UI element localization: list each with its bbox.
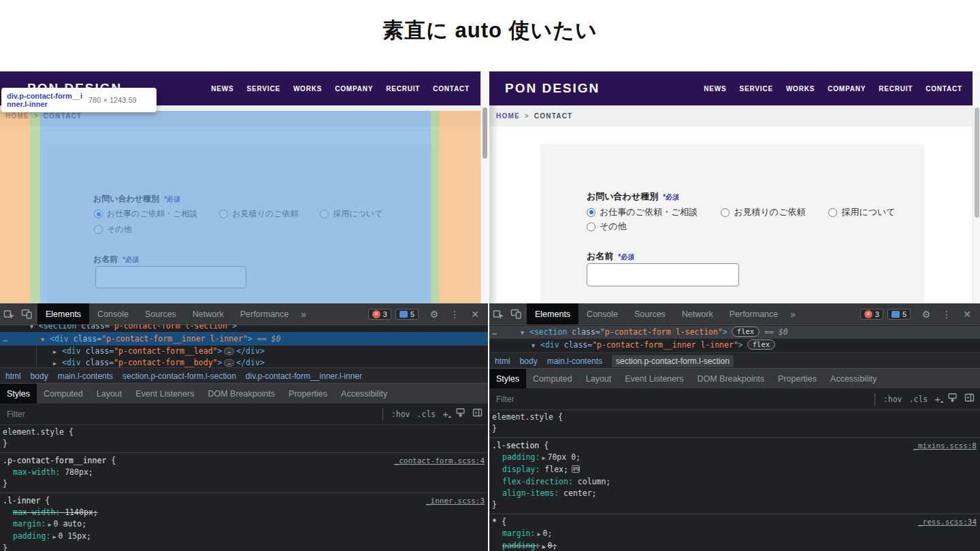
expand-arrow-icon[interactable]: ▼ xyxy=(532,339,540,352)
new-style-rule-icon[interactable]: + xyxy=(934,393,941,405)
kebab-menu-icon[interactable]: ⋮ xyxy=(938,305,956,323)
rule-element-style[interactable]: element.style { } xyxy=(489,410,980,438)
right-scrollbar-thumb[interactable] xyxy=(975,107,979,218)
settings-gear-icon[interactable]: ⚙ xyxy=(917,305,935,323)
message-count-badge[interactable]: 5 xyxy=(887,309,911,320)
expand-shorthand-icon[interactable]: ▶ xyxy=(537,531,540,537)
radio-work-request[interactable] xyxy=(94,210,103,218)
tab-layout[interactable]: Layout xyxy=(90,384,129,403)
left-scrollbar-thumb[interactable] xyxy=(483,107,487,158)
rule-l-inner[interactable]: _inner.scss:3.l-inner { max-width: 1140p… xyxy=(0,493,488,551)
crumb-html[interactable]: html xyxy=(5,371,21,381)
error-count-badge[interactable]: ✕3 xyxy=(860,309,883,320)
source-link[interactable]: _inner.scss:3 xyxy=(426,495,485,507)
tab-network[interactable]: Network xyxy=(674,303,721,324)
collapsed-content-icon[interactable]: … xyxy=(224,348,234,355)
nav-item-service[interactable]: SERVICE xyxy=(247,85,280,93)
nav-item-recruit[interactable]: RECRUIT xyxy=(879,85,913,93)
nav-item-works[interactable]: WORKS xyxy=(786,85,815,93)
nav-item-company[interactable]: COMPANY xyxy=(335,85,373,93)
radio-recruit[interactable] xyxy=(828,208,837,217)
tab-dom-breakpoints[interactable]: DOM Breakpoints xyxy=(690,369,771,388)
node-options-dots[interactable]: … xyxy=(3,332,8,346)
toggle-sidebar-icon[interactable] xyxy=(964,393,975,405)
message-count-badge[interactable]: 5 xyxy=(395,309,419,320)
rendering-emulation-icon[interactable] xyxy=(455,407,466,420)
expand-arrow-icon[interactable]: ▼ xyxy=(41,333,50,346)
toggle-sidebar-icon[interactable] xyxy=(472,407,483,420)
expand-shorthand-icon[interactable]: ▶ xyxy=(52,533,56,540)
kebab-menu-icon[interactable]: ⋮ xyxy=(446,305,463,323)
expand-shorthand-icon[interactable]: ▶ xyxy=(542,454,545,461)
radio-recruit[interactable] xyxy=(320,210,329,218)
rule-l-section[interactable]: _mixins.scss:8.l-section { padding:▶70px… xyxy=(489,438,980,514)
dom-row-inner-div-selected[interactable]: … ▼<div class="p-contact-form__inner l-i… xyxy=(0,332,488,346)
error-count-badge[interactable]: ✕3 xyxy=(368,309,391,320)
crumb-html[interactable]: html xyxy=(495,356,510,366)
tab-layout[interactable]: Layout xyxy=(579,369,619,388)
dom-row-body-div[interactable]: ▶<div class="p-contact-form__body">…</di… xyxy=(0,357,488,368)
source-link[interactable]: _ress.scss:34 xyxy=(918,516,977,528)
left-page-scrollbar[interactable] xyxy=(480,71,489,303)
rule-p-contact-form-inner[interactable]: _contact-form.scss:4.p-contact-form__inn… xyxy=(0,453,488,493)
crumb-main[interactable]: main.l-contents xyxy=(547,356,602,366)
dom-row-section-clipped[interactable]: ▼<section class="p-contact-form l-sectio… xyxy=(0,324,488,332)
dom-row-section-selected[interactable]: … ▼<section class="p-contact-form l-sect… xyxy=(489,326,980,339)
nav-item-news[interactable]: NEWS xyxy=(704,85,726,93)
toggle-element-classes[interactable]: .cls xyxy=(417,410,436,419)
breadcrumb-home-link[interactable]: HOME xyxy=(496,112,520,120)
node-options-dots[interactable]: … xyxy=(492,326,497,339)
crumb-inner-div[interactable]: div.p-contact-form__inner.l-inner xyxy=(246,371,362,381)
toggle-element-classes[interactable]: .cls xyxy=(909,395,928,404)
expand-arrow-icon[interactable]: ▶ xyxy=(53,346,62,358)
styles-filter-input[interactable] xyxy=(5,409,382,420)
collapsed-content-icon[interactable]: … xyxy=(224,359,234,367)
tab-event-listeners[interactable]: Event Listeners xyxy=(129,384,201,403)
tab-properties[interactable]: Properties xyxy=(771,369,823,388)
inspect-element-icon[interactable] xyxy=(0,305,18,323)
tab-performance[interactable]: Performance xyxy=(232,303,297,324)
nav-item-news[interactable]: NEWS xyxy=(211,85,233,93)
more-tabs-icon[interactable]: » xyxy=(786,309,800,320)
new-style-rule-icon[interactable]: + xyxy=(442,408,448,420)
rule-universal[interactable]: _ress.scss:34* { margin:▶0; padding:▶0; … xyxy=(489,514,980,551)
crumb-main[interactable]: main.l-contents xyxy=(58,371,113,381)
device-toolbar-icon[interactable] xyxy=(507,305,525,323)
nav-item-recruit[interactable]: RECRUIT xyxy=(386,85,420,93)
flex-editor-icon[interactable] xyxy=(572,465,580,476)
tab-console[interactable]: Console xyxy=(578,303,626,324)
crumb-body[interactable]: body xyxy=(31,371,48,381)
nav-item-contact[interactable]: CONTACT xyxy=(926,85,962,93)
radio-other[interactable] xyxy=(94,225,103,234)
expand-arrow-icon[interactable]: ▼ xyxy=(30,324,39,332)
expand-arrow-icon[interactable]: ▼ xyxy=(521,327,529,339)
radio-other[interactable] xyxy=(587,222,595,231)
nav-item-works[interactable]: WORKS xyxy=(293,85,322,93)
tab-properties[interactable]: Properties xyxy=(282,384,334,403)
overridden-property[interactable]: padding:▶0; xyxy=(492,540,980,551)
dom-row-lead-div[interactable]: ▶<div class="p-contact-form__lead">…</di… xyxy=(0,346,488,357)
tab-network[interactable]: Network xyxy=(184,303,232,324)
flex-badge[interactable]: flex xyxy=(732,327,760,337)
tab-console[interactable]: Console xyxy=(89,303,137,324)
source-link[interactable]: _mixins.scss:8 xyxy=(913,440,977,452)
tab-styles[interactable]: Styles xyxy=(489,369,526,388)
radio-estimate[interactable] xyxy=(219,210,228,218)
close-devtools-icon[interactable]: ✕ xyxy=(466,305,484,323)
toggle-hover-state[interactable]: :hov xyxy=(883,395,902,404)
overridden-property[interactable]: max-width: 1140px; xyxy=(3,507,488,518)
radio-work-request[interactable] xyxy=(587,208,595,217)
name-input[interactable] xyxy=(587,263,739,286)
tab-sources[interactable]: Sources xyxy=(137,303,184,324)
tab-performance[interactable]: Performance xyxy=(721,303,787,324)
expand-shorthand-icon[interactable]: ▶ xyxy=(48,521,51,528)
more-tabs-icon[interactable]: » xyxy=(297,309,310,320)
device-toolbar-icon[interactable] xyxy=(18,305,35,323)
settings-gear-icon[interactable]: ⚙ xyxy=(425,305,443,323)
dom-row-inner-div[interactable]: ▼<div class="p-contact-form__inner l-inn… xyxy=(489,339,980,352)
tab-event-listeners[interactable]: Event Listeners xyxy=(618,369,690,388)
tab-sources[interactable]: Sources xyxy=(626,303,674,324)
crumb-section[interactable]: section.p-contact-form.l-section xyxy=(122,371,236,381)
tab-styles[interactable]: Styles xyxy=(0,384,37,403)
tab-computed[interactable]: Computed xyxy=(37,384,90,403)
